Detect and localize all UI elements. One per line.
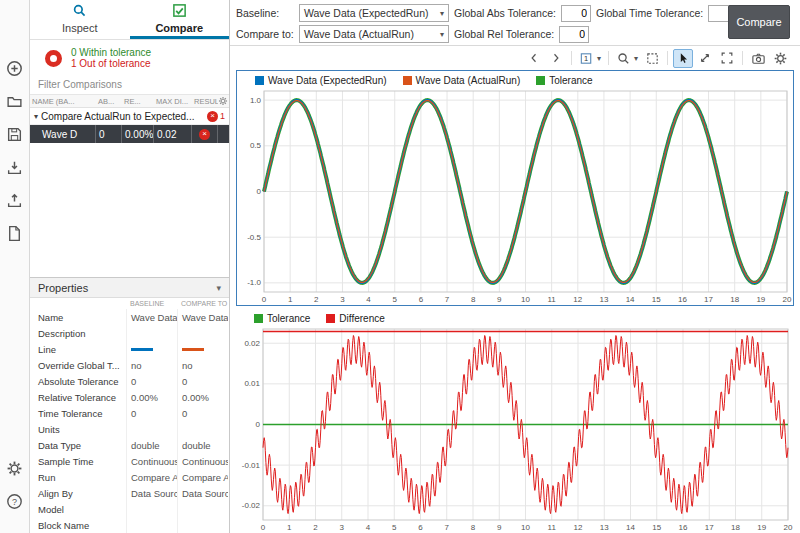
column-header[interactable]: NAME (BA... [30, 97, 96, 106]
svg-text:1: 1 [287, 523, 292, 532]
signal-chart: Wave Data (ExpectedRun)Wave Data (Actual… [236, 70, 794, 306]
property-value: 0 [177, 405, 228, 421]
subplot-layout-button[interactable]: 1▾ [577, 49, 603, 68]
property-label: Model [30, 504, 126, 515]
collapse-arrow-icon[interactable]: ▾ [34, 112, 38, 121]
properties-column-headers: BASELINECOMPARE TO [30, 298, 229, 309]
baseline-select-value: Wave Data (ExpectedRun) [304, 7, 429, 19]
property-label: Block Name [30, 520, 126, 531]
import-icon[interactable] [5, 157, 25, 177]
property-row[interactable]: Align ByData SourceData Source [30, 485, 229, 501]
comparison-group-row[interactable]: ▾ Compare ActualRun to Expected... × 1 [30, 108, 229, 125]
open-folder-icon[interactable] [5, 91, 25, 111]
legend-item[interactable]: Tolerance [536, 75, 592, 86]
filter-comparisons-input[interactable]: Filter Comparisons [30, 76, 229, 95]
add-icon[interactable] [5, 58, 25, 78]
fail-icon: × [199, 129, 210, 140]
svg-text:11: 11 [548, 523, 557, 532]
svg-text:-0.02: -0.02 [242, 501, 261, 510]
export-icon[interactable] [5, 190, 25, 210]
property-value: no [177, 357, 228, 373]
compare-button[interactable]: Compare [728, 5, 790, 39]
pan-icon[interactable] [695, 49, 715, 68]
properties-header[interactable]: Properties ▾ [30, 278, 229, 298]
property-row[interactable]: Model [30, 501, 229, 517]
collapse-chevron-icon[interactable]: ▾ [216, 283, 221, 293]
save-icon[interactable] [5, 124, 25, 144]
tab-compare[interactable]: Compare [130, 0, 230, 39]
svg-text:18: 18 [730, 295, 739, 304]
tab-compare-label: Compare [155, 22, 203, 34]
column-header[interactable]: RE... [122, 97, 154, 106]
svg-text:13: 13 [599, 295, 608, 304]
property-row[interactable]: Description [30, 325, 229, 341]
table-settings-gear-icon[interactable] [218, 96, 228, 106]
compare-to-select[interactable]: Wave Data (ActualRun) ▾ [299, 25, 449, 43]
property-row[interactable]: Units [30, 421, 229, 437]
zoom-icon[interactable]: ▾ [614, 49, 640, 68]
pointer-cursor-icon[interactable] [673, 49, 693, 68]
property-row[interactable]: Time Tolerance00 [30, 405, 229, 421]
preferences-gear-icon[interactable] [5, 458, 25, 478]
column-header[interactable]: MAX DI... [154, 97, 192, 106]
legend-item[interactable]: Difference [326, 313, 384, 324]
legend-swatch [536, 76, 545, 85]
svg-text:0.5: 0.5 [250, 141, 262, 150]
property-value [177, 325, 228, 341]
property-row[interactable]: Line [30, 341, 229, 357]
toolbar-separator [608, 51, 609, 65]
previous-arrow-icon[interactable] [524, 49, 544, 68]
legend-label: Wave Data (ActualRun) [416, 75, 521, 86]
tolerance-donut-chart [45, 50, 62, 67]
property-row[interactable]: Override Global T...nono [30, 357, 229, 373]
legend-item[interactable]: Tolerance [254, 313, 310, 324]
property-row[interactable]: Block Name [30, 517, 229, 533]
main-area: Baseline: Wave Data (ExpectedRun) ▾ Glob… [230, 0, 800, 533]
svg-text:-0.5: -0.5 [247, 233, 261, 242]
column-header[interactable]: RESULT [192, 97, 218, 106]
svg-text:19: 19 [756, 295, 765, 304]
left-panel: Inspect Compare 0 Within tolerance 1 Out… [30, 0, 230, 533]
properties-title: Properties [38, 282, 88, 294]
comparison-row-selected[interactable]: Wave D00.00%0.02× [30, 125, 229, 143]
property-label: Override Global T... [30, 360, 126, 371]
properties-grid: BASELINECOMPARE TONameWave Data ...Wave … [30, 298, 229, 533]
property-value [126, 421, 177, 437]
property-row[interactable]: Relative Tolerance0.00%0.00% [30, 389, 229, 405]
global-abs-tolerance-input[interactable] [561, 5, 591, 22]
snapshot-camera-icon[interactable] [748, 49, 768, 68]
property-row[interactable]: Sample TimeContinuousContinuous [30, 453, 229, 469]
property-row[interactable]: NameWave Data ...Wave Data ... [30, 309, 229, 325]
property-value [126, 501, 177, 517]
property-value: 0 [126, 373, 177, 389]
svg-text:16: 16 [678, 295, 687, 304]
property-label: Relative Tolerance [30, 392, 126, 403]
property-value: double [177, 437, 228, 453]
tab-inspect[interactable]: Inspect [30, 0, 130, 39]
next-arrow-icon[interactable] [546, 49, 566, 68]
create-report-icon[interactable] [5, 223, 25, 243]
help-icon[interactable]: ? [5, 491, 25, 511]
property-row[interactable]: Data Typedoubledouble [30, 437, 229, 453]
property-value: Compare A... [126, 469, 177, 485]
signal-plot[interactable]: 012345678910111213141516171819201.00.50-… [237, 88, 793, 305]
svg-text:20: 20 [784, 523, 793, 532]
legend-item[interactable]: Wave Data (ExpectedRun) [255, 75, 387, 86]
global-rel-tolerance-input[interactable] [559, 26, 589, 43]
svg-text:0.01: 0.01 [244, 379, 260, 388]
fit-to-view-icon[interactable] [642, 49, 662, 68]
row-cell: 0.02 [154, 125, 192, 143]
svg-text:?: ? [12, 496, 17, 506]
difference-plot[interactable]: 012345678910111213141516171819200.020.01… [236, 326, 794, 533]
chart-settings-gear-icon[interactable] [770, 49, 790, 68]
column-header[interactable]: AB... [96, 97, 122, 106]
baseline-select[interactable]: Wave Data (ExpectedRun) ▾ [299, 4, 449, 22]
fullscreen-icon[interactable] [717, 49, 737, 68]
legend-swatch [403, 76, 412, 85]
legend-item[interactable]: Wave Data (ActualRun) [403, 75, 521, 86]
svg-text:5: 5 [392, 523, 397, 532]
property-row[interactable]: RunCompare A...Compare A... [30, 469, 229, 485]
svg-text:2: 2 [313, 523, 318, 532]
out-of-tolerance-count: 1 Out of tolerance [71, 58, 151, 69]
property-row[interactable]: Absolute Tolerance00 [30, 373, 229, 389]
